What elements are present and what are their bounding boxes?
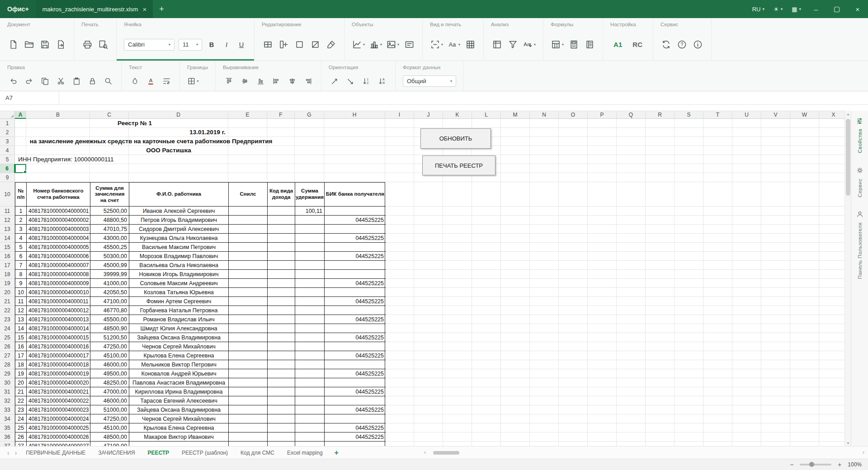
cell-V27[interactable] [761,351,790,360]
table-cell[interactable] [229,369,268,378]
sort-az-icon[interactable]: Ая▾ [523,38,536,52]
table-cell[interactable] [229,216,268,225]
cell-K36[interactable] [443,432,472,442]
table-cell[interactable] [268,333,295,342]
cell-C4[interactable] [90,146,129,155]
table-cell[interactable] [295,261,325,270]
align-center-icon[interactable] [286,75,298,88]
cell-Q34[interactable] [617,414,646,423]
cell-T23[interactable] [703,315,732,324]
cell-M14[interactable] [501,234,530,243]
table-cell[interactable]: 39999,99 [90,270,129,279]
cell-P32[interactable] [588,396,617,405]
table-cell[interactable]: 40817810000004000003 [27,225,90,234]
cell-Q36[interactable] [617,432,646,442]
row-header-5[interactable]: 5 [0,155,15,164]
cell-O26[interactable] [559,342,588,351]
cell-I13[interactable] [385,225,414,234]
cell-W28[interactable] [790,360,819,369]
cell-I34[interactable] [385,414,414,423]
cell-Q5[interactable] [617,155,646,164]
cell-V32[interactable] [761,396,790,405]
cell-J29[interactable] [414,369,443,378]
cell-O29[interactable] [559,369,588,378]
row-header-10[interactable]: 10 [0,182,15,207]
cell-R30[interactable] [646,378,675,387]
cell-R4[interactable] [646,146,675,155]
cell-J22[interactable] [414,306,443,315]
table-cell[interactable] [295,306,325,315]
table-cell[interactable]: Кириллова Ирина Владимировна [129,387,229,396]
cell-O15[interactable] [559,243,588,252]
cut-icon[interactable] [55,75,66,88]
cell-T37[interactable] [703,442,732,446]
cell-X28[interactable] [819,360,844,369]
table-cell[interactable]: 044525225 [325,423,386,432]
table-cell[interactable]: 18 [15,360,27,369]
table-cell[interactable]: 43000,00 [90,234,129,243]
cell-W2[interactable] [790,128,819,137]
table-cell[interactable]: Крылова Елена Сергеевна [129,423,229,432]
reference-style-a1-button[interactable]: A1 [610,41,625,48]
table-cell[interactable] [325,225,386,234]
table-cell[interactable]: 47100,00 [90,297,129,306]
cell-S12[interactable] [675,216,703,225]
save-as-icon[interactable] [55,38,66,52]
table-cell[interactable] [229,225,268,234]
cell-J10[interactable] [414,182,443,207]
cell-I4[interactable] [385,146,414,155]
cell-I12[interactable] [385,216,414,225]
cell-O23[interactable] [559,315,588,324]
cell-R2[interactable] [646,128,675,137]
table-cell[interactable]: Кузнецова Ольга Николаевна [129,234,229,243]
active-cell-outline[interactable] [15,164,26,173]
cell-G2[interactable] [295,128,324,137]
cell-O32[interactable] [559,396,588,405]
cell-W16[interactable] [790,252,819,261]
cell-P20[interactable] [588,288,617,297]
column-header-P[interactable]: P [588,111,617,119]
cell-P11[interactable] [588,207,617,216]
table-cell[interactable] [325,324,386,333]
table-cell[interactable]: Васильев Максим Петрович [129,243,229,252]
cell-T25[interactable] [703,333,732,342]
column-header-F[interactable]: F [267,111,295,119]
table-cell[interactable]: Чернов Сергей Михайлович [129,342,229,351]
cell-Q27[interactable] [617,351,646,360]
table-cell[interactable]: 40817810000004000002 [27,216,90,225]
wrap-text-icon[interactable] [160,75,172,88]
cell-Q4[interactable] [617,146,646,155]
column-header-V[interactable]: V [761,111,790,119]
cell-L17[interactable] [472,261,501,270]
cell-U29[interactable] [732,369,761,378]
cell-L15[interactable] [472,243,501,252]
cell-I6[interactable] [385,164,414,173]
row-header-29[interactable]: 29 [0,369,15,378]
cell-S27[interactable] [675,351,703,360]
cell-R19[interactable] [646,279,675,288]
calculator-icon[interactable] [568,38,580,52]
cell-X22[interactable] [819,306,844,315]
cell-M20[interactable] [501,288,530,297]
table-cell[interactable]: 8 [15,270,27,279]
font-family-select[interactable]: Calibri▾ [124,39,175,51]
row-header-15[interactable]: 15 [0,243,15,252]
cell-U14[interactable] [732,234,761,243]
cell-W36[interactable] [790,432,819,442]
cell-P24[interactable] [588,324,617,333]
zoom-in-button[interactable]: + [836,461,843,468]
cell-R10[interactable] [646,182,675,207]
cell-B1[interactable] [26,119,90,128]
cell-T35[interactable] [703,423,732,432]
cell-J34[interactable] [414,414,443,423]
cell-J17[interactable] [414,261,443,270]
table-cell[interactable]: 40817810000004000020 [27,378,90,387]
table-cell[interactable]: 51200,50 [90,333,129,342]
table-cell[interactable] [295,423,325,432]
cell-S6[interactable] [675,164,703,173]
table-cell[interactable]: Макаров Виктор Иванович [129,432,229,442]
cell-I9[interactable] [385,173,414,182]
cell-R20[interactable] [646,288,675,297]
cell-I5[interactable] [385,155,414,164]
cell-K19[interactable] [443,279,472,288]
